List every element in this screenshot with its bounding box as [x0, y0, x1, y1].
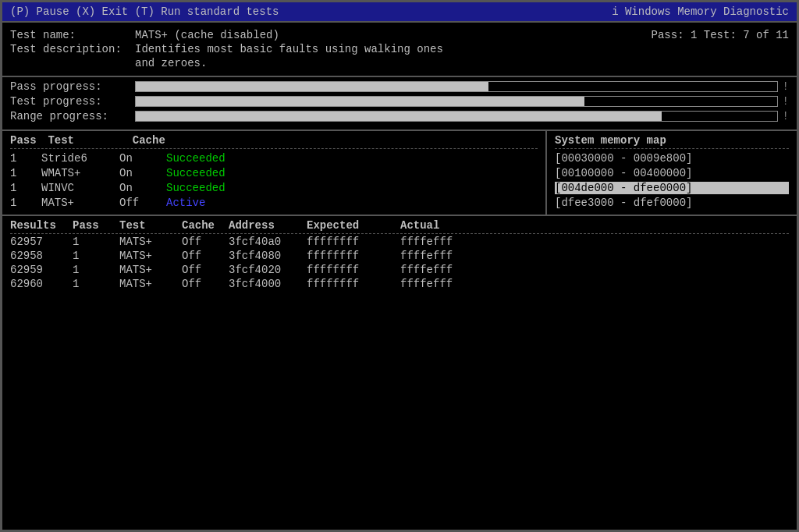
result-results: 62959 [10, 264, 73, 276]
test-name-label: Test name: [10, 29, 135, 41]
test-desc-cont: and zeroes. [135, 57, 789, 69]
range-progress-label: Range progress: [10, 110, 135, 122]
pass-progress-label: Pass progress: [10, 80, 135, 93]
result-expected: ffffffff [307, 236, 400, 248]
info-section: Test name: MATS+ (cache disabled) Pass: … [2, 23, 797, 77]
pass-progress-bar-outer [135, 81, 778, 92]
result-test: MATS+ [119, 278, 182, 290]
result-pass: 1 [73, 250, 119, 262]
pass-progress-tick: ! [783, 80, 789, 93]
test-progress-bar-inner [136, 97, 584, 106]
result-cache: Off [182, 250, 229, 262]
col-pass-header-results: Pass [73, 219, 119, 232]
test-col-cache: On [119, 182, 166, 194]
result-row: 62959 1 MATS+ Off 3fcf4020 ffffffff ffff… [10, 264, 789, 276]
test-row: 1 Stride6 On Succeeded [10, 152, 538, 165]
test-name-value: MATS+ (cache disabled) Pass: 1 Test: 7 o… [135, 29, 789, 41]
test-row: 1 WMATS+ On Succeeded [10, 167, 538, 179]
result-actual: ffffefff [400, 250, 789, 262]
col-actual-header: Actual [400, 219, 789, 232]
result-test: MATS+ [119, 264, 182, 276]
result-cache: Off [182, 236, 229, 248]
test-col-cache: On [119, 167, 166, 179]
result-actual: ffffefff [400, 264, 789, 276]
result-expected: ffffffff [307, 264, 400, 276]
result-test: MATS+ [119, 250, 182, 262]
result-address: 3fcf4080 [229, 250, 307, 262]
result-cache: Off [182, 264, 229, 276]
test-col-cache: On [119, 152, 166, 165]
test-desc-label: Test description: [10, 43, 135, 55]
test-desc-row: Test description: Identifies most basic … [10, 43, 789, 55]
result-results: 62957 [10, 236, 73, 248]
test-progress-bar-outer [135, 96, 778, 107]
pass-info: Pass: 1 Test: 7 of 11 [652, 29, 789, 41]
test-progress-row: Test progress: ! [10, 95, 789, 108]
col-cache-header: Cache [133, 134, 195, 147]
result-pass: 1 [73, 264, 119, 276]
result-row: 62958 1 MATS+ Off 3fcf4080 ffffffff ffff… [10, 250, 789, 262]
test-col-test: WINVC [41, 182, 119, 194]
test-col-pass: 1 [10, 167, 41, 179]
memory-map-row: [00030000 - 0009e800] [555, 152, 789, 165]
test-progress-bar-container: ! [135, 95, 789, 108]
result-cache: Off [182, 278, 229, 290]
result-results: 62960 [10, 278, 73, 290]
test-col-test: MATS+ [41, 197, 119, 209]
result-pass: 1 [73, 236, 119, 248]
test-col-test: Stride6 [41, 152, 119, 165]
col-results-header: Results [10, 219, 73, 232]
range-progress-bar-outer [135, 111, 778, 122]
test-col-status: Succeeded [166, 182, 538, 194]
top-bar: (P) Pause (X) Exit (T) Run standard test… [2, 2, 797, 23]
range-progress-bar-container: ! [135, 110, 789, 122]
tests-left: Pass Test Cache 1 Stride6 On Succeeded 1… [2, 131, 547, 215]
test-desc-cont-row: and zeroes. [10, 57, 789, 69]
col-cache-header-results: Cache [182, 219, 229, 232]
test-desc-value: Identifies most basic faults using walki… [135, 43, 789, 55]
tests-right: System memory map [00030000 - 0009e800][… [547, 131, 797, 215]
test-row: 1 MATS+ Off Active [10, 197, 538, 209]
result-actual: ffffefff [400, 236, 789, 248]
result-actual: ffffefff [400, 278, 789, 290]
range-progress-row: Range progress: ! [10, 110, 789, 122]
test-col-cache: Off [119, 197, 166, 209]
result-row: 62957 1 MATS+ Off 3fcf40a0 ffffffff ffff… [10, 236, 789, 248]
pass-progress-row: Pass progress: ! [10, 80, 789, 93]
result-row: 62960 1 MATS+ Off 3fcf4000 ffffffff ffff… [10, 278, 789, 290]
memory-map-row: [dfee3000 - dfef0000] [555, 197, 789, 209]
screen: (P) Pause (X) Exit (T) Run standard test… [0, 0, 799, 532]
result-pass: 1 [73, 278, 119, 290]
progress-section: Pass progress: ! Test progress: ! Range … [2, 77, 797, 131]
results-section: Results Pass Test Cache Address Expected… [2, 216, 797, 530]
result-address: 3fcf40a0 [229, 236, 307, 248]
top-bar-right: i Windows Memory Diagnostic [612, 5, 789, 18]
memory-map-body: [00030000 - 0009e800][00100000 - 0040000… [555, 152, 789, 209]
test-col-test: WMATS+ [41, 167, 119, 179]
col-pass-header: Pass [10, 134, 41, 147]
result-expected: ffffffff [307, 250, 400, 262]
pass-progress-bar-inner [136, 82, 488, 91]
test-col-pass: 1 [10, 152, 41, 165]
test-name-row: Test name: MATS+ (cache disabled) Pass: … [10, 29, 789, 41]
tests-header: Pass Test Cache [10, 134, 538, 149]
result-expected: ffffffff [307, 278, 400, 290]
range-progress-bar-inner [136, 112, 662, 121]
test-progress-tick: ! [783, 95, 789, 108]
col-test-header-results: Test [119, 219, 182, 232]
range-progress-tick: ! [783, 110, 789, 122]
tests-section: Pass Test Cache 1 Stride6 On Succeeded 1… [2, 131, 797, 216]
result-address: 3fcf4020 [229, 264, 307, 276]
memory-map-row: [00100000 - 00400000] [555, 167, 789, 179]
test-col-status: Active [166, 197, 538, 209]
memory-map-row: [004de000 - dfee0000] [555, 182, 789, 194]
result-test: MATS+ [119, 236, 182, 248]
test-row: 1 WINVC On Succeeded [10, 182, 538, 194]
tests-table-body: 1 Stride6 On Succeeded 1 WMATS+ On Succe… [10, 152, 538, 209]
test-col-pass: 1 [10, 182, 41, 194]
col-address-header: Address [229, 219, 307, 232]
col-test-header: Test [48, 134, 126, 147]
pass-progress-bar-container: ! [135, 80, 789, 93]
results-table-body: 62957 1 MATS+ Off 3fcf40a0 ffffffff ffff… [10, 236, 789, 290]
test-col-status: Succeeded [166, 152, 538, 165]
